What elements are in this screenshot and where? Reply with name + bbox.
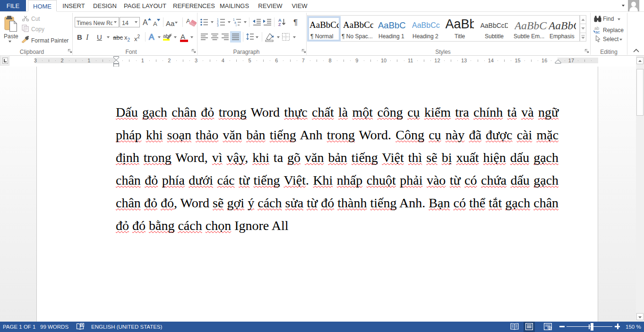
svg-text:i: i [236,24,236,26]
svg-text:3: 3 [217,24,219,27]
svg-text:ac: ac [595,30,600,34]
svg-text:Z: Z [278,22,281,26]
